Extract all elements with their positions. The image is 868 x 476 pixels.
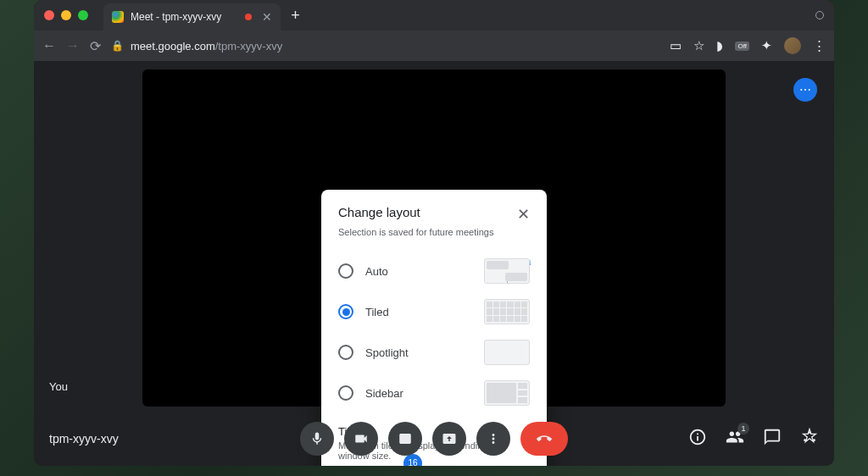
meet-favicon (112, 11, 124, 23)
chat-button[interactable] (763, 428, 782, 450)
url-bar[interactable]: 🔒 meet.google.com/tpm-xyyv-xvy (111, 40, 659, 53)
preview-sidebar-icon (484, 380, 530, 406)
radio-spotlight (338, 345, 353, 360)
reload-button[interactable]: ⟳ (90, 38, 101, 54)
url-text: meet.google.com/tpm-xyyv-xvy (131, 40, 282, 53)
extension-badge-icon[interactable]: Off (735, 42, 749, 51)
meeting-details-button[interactable] (688, 428, 707, 450)
bookmark-star-icon[interactable]: ☆ (693, 38, 704, 53)
titlebar-right (815, 8, 824, 23)
modal-subtitle: Selection is saved for future meetings (338, 227, 530, 237)
browser-toolbar: ← → ⟳ 🔒 meet.google.com/tpm-xyyv-xvy ▭ ☆… (34, 30, 834, 61)
layout-option-tiled[interactable]: Tiled (338, 291, 530, 332)
back-button[interactable]: ← (42, 38, 56, 53)
present-button[interactable] (432, 422, 466, 456)
maximize-window-button[interactable] (78, 10, 88, 20)
toolbar-icons: ▭ ☆ ◗ Off ✦ ⋮ (670, 37, 826, 54)
close-window-button[interactable] (44, 10, 54, 20)
preview-auto-icon: ↓↑ (484, 258, 530, 284)
radio-tiled (338, 304, 353, 319)
meeting-info-chip[interactable]: ⋯ (793, 78, 817, 102)
svg-point-1 (804, 439, 806, 441)
modal-close-button[interactable]: ✕ (517, 205, 530, 224)
tab-title: Meet - tpm-xyyv-xvy (131, 11, 221, 23)
radio-label-tiled: Tiled (365, 306, 389, 318)
browser-window: Meet - tpm-xyyv-xvy ✕ + ← → ⟳ 🔒 meet.goo… (34, 0, 834, 466)
bottom-bar-right: 1 (688, 428, 819, 450)
camera-button[interactable] (344, 422, 378, 456)
participant-count-badge: 1 (737, 423, 749, 434)
radio-label-auto: Auto (365, 265, 388, 278)
forward-button[interactable]: → (66, 38, 80, 53)
more-options-button[interactable] (476, 422, 510, 456)
self-video-label: You (49, 380, 68, 393)
window-controls (44, 10, 88, 20)
layout-option-spotlight[interactable]: Spotlight (338, 332, 530, 373)
preview-tiled-icon (484, 299, 530, 324)
svg-point-2 (813, 439, 815, 441)
tag-icon[interactable]: ◗ (716, 38, 723, 53)
preview-spotlight-icon (484, 340, 530, 365)
captions-button[interactable] (388, 422, 422, 456)
activities-button[interactable] (800, 428, 819, 450)
svg-point-0 (809, 431, 811, 434)
radio-label-sidebar: Sidebar (365, 387, 403, 400)
meeting-code[interactable]: tpm-xyyv-xvy (49, 432, 119, 446)
bottom-bar: tpm-xyyv-xvy 1 (34, 412, 834, 466)
radio-label-spotlight: Spotlight (365, 346, 409, 359)
account-dot-icon[interactable] (815, 11, 824, 19)
people-button[interactable]: 1 (726, 428, 744, 450)
new-tab-button[interactable]: + (291, 7, 300, 25)
recording-indicator-icon (245, 14, 252, 20)
layout-option-sidebar[interactable]: Sidebar (338, 373, 530, 413)
pip-icon[interactable]: ▭ (670, 38, 682, 53)
meet-content: You ⋯ Change layout ✕ Selection is saved… (34, 61, 834, 466)
layout-option-auto[interactable]: Auto ↓↑ (338, 251, 530, 291)
call-controls (300, 422, 568, 456)
titlebar: Meet - tpm-xyyv-xvy ✕ + (34, 0, 834, 30)
extensions-puzzle-icon[interactable]: ✦ (761, 38, 772, 53)
minimize-window-button[interactable] (61, 10, 71, 20)
hangup-button[interactable] (520, 422, 568, 456)
browser-tab[interactable]: Meet - tpm-xyyv-xvy ✕ (103, 3, 281, 30)
radio-auto (338, 263, 353, 279)
browser-menu-button[interactable]: ⋮ (813, 38, 826, 53)
mic-button[interactable] (300, 422, 334, 456)
lock-icon: 🔒 (111, 40, 124, 52)
modal-title: Change layout (338, 205, 420, 219)
close-tab-button[interactable]: ✕ (262, 10, 272, 24)
radio-sidebar (338, 385, 353, 401)
profile-avatar[interactable] (784, 37, 801, 54)
